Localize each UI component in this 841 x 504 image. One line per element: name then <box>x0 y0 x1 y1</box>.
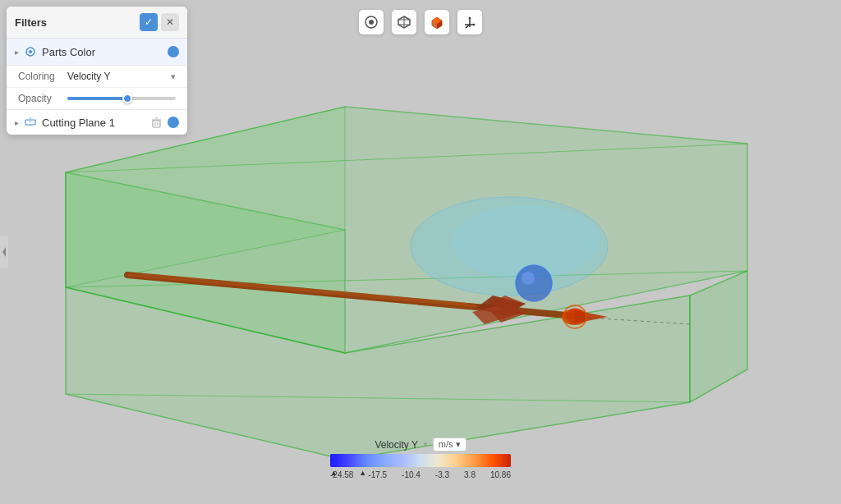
legend-val-4: 3.8 <box>464 470 476 479</box>
svg-point-17 <box>567 308 583 324</box>
legend-unit-dropdown-icon: ▾ <box>456 439 461 449</box>
cutting-plane-expand-icon[interactable]: ▸ <box>15 118 19 127</box>
parts-color-icon <box>24 45 37 58</box>
filters-panel: Filters ✓ ✕ ▸ Parts Color Coloring Veloc… <box>7 7 187 135</box>
svg-marker-50 <box>2 247 6 257</box>
coloring-row: Coloring Velocity Y ▾ <box>7 66 187 88</box>
opacity-row: Opacity <box>7 88 187 110</box>
svg-point-21 <box>522 272 535 285</box>
opacity-slider-fill <box>67 97 127 100</box>
svg-point-36 <box>369 20 374 25</box>
legend-val-3: -3.3 <box>435 470 449 479</box>
legend-unit-label: m/s <box>439 439 453 449</box>
reset-view-icon[interactable] <box>359 10 384 34</box>
coloring-dropdown-icon[interactable]: ▾ <box>171 71 176 82</box>
opacity-slider-thumb[interactable] <box>122 94 132 103</box>
opacity-label: Opacity <box>18 93 61 104</box>
legend-val-2: -10.4 <box>402 470 420 479</box>
coloring-label: Coloring <box>18 71 67 82</box>
top-toolbar <box>359 10 482 34</box>
side-panel-toggle[interactable] <box>0 236 8 268</box>
cutting-plane-toggle[interactable] <box>168 117 179 128</box>
cube-icon[interactable] <box>392 10 416 34</box>
legend-container: Velocity Y × m/s ▾ ▲ ▲ -24.58 -17.5 -10.… <box>330 438 511 479</box>
parts-color-toggle[interactable] <box>168 46 179 57</box>
legend-color-bar <box>330 454 511 467</box>
legend-close-icon[interactable]: × <box>423 440 428 449</box>
cutting-plane-icon <box>24 116 37 129</box>
legend-val-5: 10.86 <box>490 470 511 479</box>
legend-bar-wrapper: ▲ ▲ -24.58 -17.5 -10.4 -3.3 3.8 10.86 <box>330 454 511 479</box>
parts-color-row: ▸ Parts Color <box>7 39 187 66</box>
legend-title: Velocity Y <box>375 439 417 451</box>
filters-title: Filters <box>15 16 47 29</box>
parts-color-expand-icon[interactable]: ▸ <box>15 48 19 57</box>
legend-unit-selector[interactable]: m/s ▾ <box>433 438 466 451</box>
box3d-icon[interactable] <box>425 10 449 34</box>
filters-confirm-button[interactable]: ✓ <box>140 13 158 31</box>
svg-point-27 <box>29 50 32 53</box>
cutting-plane-label: Cutting Plane 1 <box>42 117 145 129</box>
filters-header-actions: ✓ ✕ <box>140 13 179 31</box>
legend-title-row: Velocity Y × m/s ▾ <box>375 438 466 451</box>
cutting-plane-delete-icon[interactable] <box>149 116 163 129</box>
filters-close-button[interactable]: ✕ <box>161 13 179 31</box>
legend-val-1: -17.5 <box>368 470 387 479</box>
coloring-value: Velocity Y <box>67 71 171 82</box>
cutting-plane-row: ▸ Cutting Plane 1 <box>7 110 187 135</box>
svg-point-20 <box>516 265 552 301</box>
axes-icon[interactable] <box>457 10 482 34</box>
opacity-slider[interactable] <box>67 97 176 100</box>
legend-labels: -24.58 -17.5 -10.4 -3.3 3.8 10.86 <box>330 470 511 479</box>
svg-marker-47 <box>473 24 476 26</box>
filters-header: Filters ✓ ✕ <box>7 7 187 39</box>
parts-color-label: Parts Color <box>42 46 163 58</box>
svg-rect-30 <box>153 121 160 127</box>
svg-marker-46 <box>469 16 471 19</box>
